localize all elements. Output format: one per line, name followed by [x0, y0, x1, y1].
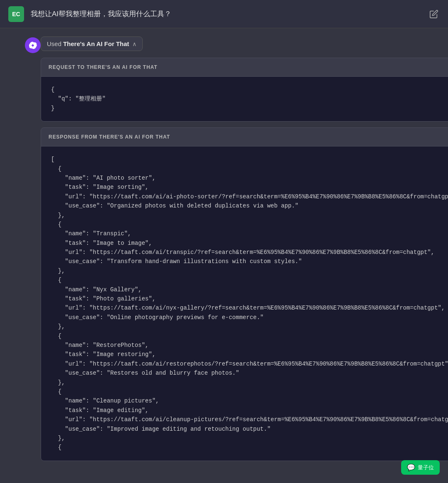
header: EC 我想让AI帮我整理相册，我应该用什么工具？ — [0, 0, 448, 28]
response-section-title: RESPONSE FROM THERE'S AN AI FOR THAT — [49, 134, 170, 140]
chevron-up-icon: ∧ — [132, 41, 136, 47]
response-code-block: [ { "name": "AI photo sorter", "task": "… — [41, 146, 448, 461]
response-section-header: RESPONSE FROM THERE'S AN AI FOR THAT i — [41, 128, 448, 146]
response-section: RESPONSE FROM THERE'S AN AI FOR THAT i [… — [41, 127, 448, 461]
watermark: 💬 量子位 — [401, 460, 440, 475]
page-title: 我想让AI帮我整理相册，我应该用什么工具？ — [31, 9, 428, 19]
tool-used-pill[interactable]: Used There's An AI For That ∧ — [41, 37, 143, 51]
request-section: REQUEST TO THERE'S AN AI FOR THAT i { "q… — [41, 58, 448, 122]
ai-avatar — [25, 37, 41, 53]
request-code-block: { "q": "整理相册" } — [41, 77, 448, 121]
user-avatar: EC — [8, 6, 24, 22]
request-section-header: REQUEST TO THERE'S AN AI FOR THAT i — [41, 58, 448, 77]
wechat-icon: 💬 — [407, 463, 415, 471]
tool-used-label: Used There's An AI For That — [47, 40, 129, 47]
main-content: Used There's An AI For That ∧ REQUEST TO… — [0, 28, 448, 475]
ai-content: Used There's An AI For That ∧ REQUEST TO… — [41, 37, 448, 467]
watermark-text: 量子位 — [418, 464, 434, 471]
ai-message-row: Used There's An AI For That ∧ REQUEST TO… — [25, 37, 423, 467]
edit-icon[interactable] — [428, 8, 440, 20]
request-section-title: REQUEST TO THERE'S AN AI FOR THAT — [49, 64, 158, 70]
